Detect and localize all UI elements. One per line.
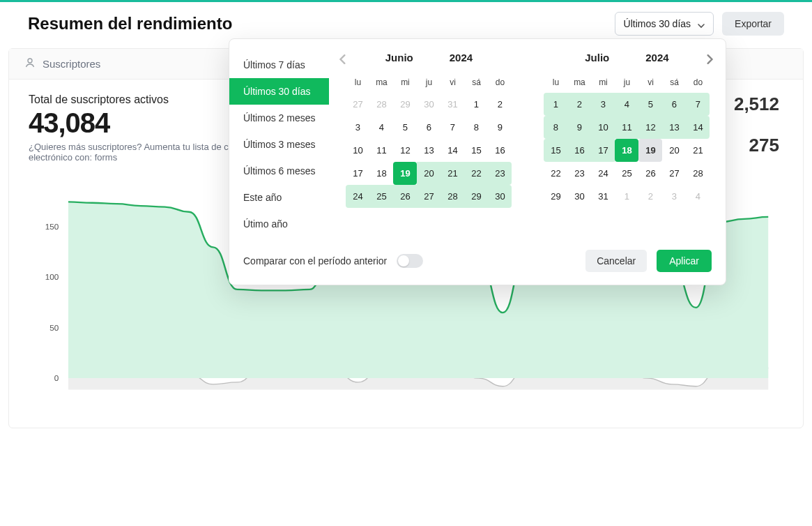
calendar-day: 3: [662, 185, 686, 208]
calendar-day[interactable]: 23: [488, 162, 512, 185]
calendar-day[interactable]: 14: [686, 116, 710, 139]
calendar-day[interactable]: 31: [591, 185, 615, 208]
calendar-day[interactable]: 5: [638, 93, 662, 116]
compare-toggle[interactable]: [397, 254, 423, 268]
calendar-day[interactable]: 10: [346, 139, 369, 162]
calendar-day[interactable]: 21: [686, 139, 710, 162]
calendar-day[interactable]: 1: [544, 93, 567, 116]
calendar-day[interactable]: 29: [464, 185, 488, 208]
calendar-day[interactable]: 22: [544, 162, 567, 185]
calendar-day[interactable]: 3: [591, 93, 615, 116]
preset-item[interactable]: Últimos 30 días: [229, 78, 329, 105]
date-range-popover: Últimos 7 díasÚltimos 30 díasÚltimos 2 m…: [229, 38, 726, 285]
calendar-day[interactable]: 6: [662, 93, 686, 116]
calendar-day[interactable]: 19: [393, 162, 417, 185]
preset-item[interactable]: Últimos 6 meses: [229, 158, 329, 184]
calendar-day[interactable]: 27: [417, 185, 441, 208]
calendar-day[interactable]: 9: [488, 116, 512, 139]
calendar-day[interactable]: 25: [615, 162, 638, 185]
export-button[interactable]: Exportar: [722, 12, 784, 36]
calendar-day[interactable]: 8: [464, 116, 488, 139]
calendar-day[interactable]: 20: [417, 162, 441, 185]
calendar-day: 28: [369, 93, 393, 116]
calendar-day[interactable]: 13: [417, 139, 441, 162]
year-2-label: 2024: [645, 52, 668, 63]
calendar-day[interactable]: 13: [662, 116, 686, 139]
calendar-day[interactable]: 30: [488, 185, 512, 208]
dow-label: lu: [544, 73, 567, 93]
apply-button[interactable]: Aplicar: [657, 250, 712, 272]
dow-label: ma: [369, 73, 393, 93]
calendar-day[interactable]: 7: [686, 93, 710, 116]
calendar-day: 4: [686, 185, 710, 208]
calendar-day[interactable]: 28: [441, 185, 464, 208]
svg-point-0: [28, 59, 32, 63]
calendar-day[interactable]: 30: [567, 185, 591, 208]
svg-text:50: 50: [49, 324, 59, 332]
calendar-day[interactable]: 5: [393, 116, 417, 139]
dow-label: ju: [417, 73, 441, 93]
calendar-day[interactable]: 10: [591, 116, 615, 139]
dow-label: ma: [567, 73, 591, 93]
svg-text:0: 0: [54, 374, 59, 382]
calendar-day[interactable]: 7: [441, 116, 464, 139]
calendar-day[interactable]: 29: [544, 185, 567, 208]
calendar-day[interactable]: 4: [615, 93, 638, 116]
calendar-day[interactable]: 11: [615, 116, 638, 139]
calendar-day[interactable]: 21: [441, 162, 464, 185]
calendar-day[interactable]: 15: [544, 139, 567, 162]
calendar-day: 31: [441, 93, 464, 116]
calendar-day[interactable]: 14: [441, 139, 464, 162]
person-icon: [24, 57, 36, 70]
preset-item[interactable]: Útimo año: [229, 211, 329, 237]
calendar-day[interactable]: 26: [638, 162, 662, 185]
calendar-day[interactable]: 6: [417, 116, 441, 139]
calendar-day[interactable]: 3: [346, 116, 369, 139]
calendar-day[interactable]: 18: [615, 139, 638, 162]
calendar-day[interactable]: 4: [369, 116, 393, 139]
calendar-day[interactable]: 16: [567, 139, 591, 162]
calendar-day[interactable]: 8: [544, 116, 567, 139]
calendar-day[interactable]: 16: [488, 139, 512, 162]
calendar-day: 2: [638, 185, 662, 208]
calendar-day[interactable]: 23: [567, 162, 591, 185]
calendar-day[interactable]: 19: [638, 139, 662, 162]
calendar-day[interactable]: 12: [393, 139, 417, 162]
calendar-day[interactable]: 2: [567, 93, 591, 116]
preset-item[interactable]: Últimos 7 días: [229, 52, 329, 78]
calendar-day[interactable]: 17: [591, 139, 615, 162]
cancel-button[interactable]: Cancelar: [585, 250, 647, 272]
calendar-day[interactable]: 17: [346, 162, 369, 185]
preset-item[interactable]: Este año: [229, 184, 329, 211]
month-2-label: Julio: [585, 52, 609, 63]
calendar-day[interactable]: 2: [488, 93, 512, 116]
calendar-day: 1: [615, 185, 638, 208]
calendar-day[interactable]: 24: [591, 162, 615, 185]
calendar-day[interactable]: 22: [464, 162, 488, 185]
date-range-dropdown[interactable]: Últimos 30 días: [615, 12, 714, 36]
calendar-day[interactable]: 27: [662, 162, 686, 185]
calendar-day[interactable]: 26: [393, 185, 417, 208]
dow-label: do: [686, 73, 710, 93]
calendar-day[interactable]: 24: [346, 185, 369, 208]
dow-label: ju: [615, 73, 638, 93]
calendar-day[interactable]: 11: [369, 139, 393, 162]
dow-label: mi: [591, 73, 615, 93]
calendar-day[interactable]: 18: [369, 162, 393, 185]
calendar-day[interactable]: 20: [662, 139, 686, 162]
page-title: Resumen del rendimiento: [28, 14, 232, 33]
calendar-day[interactable]: 9: [567, 116, 591, 139]
calendar-day[interactable]: 12: [638, 116, 662, 139]
date-range-label: Últimos 30 días: [624, 18, 691, 29]
year-1-label: 2024: [450, 52, 473, 63]
calendar-day[interactable]: 28: [686, 162, 710, 185]
dow-label: sá: [464, 73, 488, 93]
calendar-day[interactable]: 1: [464, 93, 488, 116]
preset-item[interactable]: Últimos 2 meses: [229, 105, 329, 131]
calendar-day: 29: [393, 93, 417, 116]
dow-label: mi: [393, 73, 417, 93]
calendar-day[interactable]: 15: [464, 139, 488, 162]
preset-item[interactable]: Últimos 3 meses: [229, 131, 329, 158]
calendar-day[interactable]: 25: [369, 185, 393, 208]
dow-label: do: [488, 73, 512, 93]
